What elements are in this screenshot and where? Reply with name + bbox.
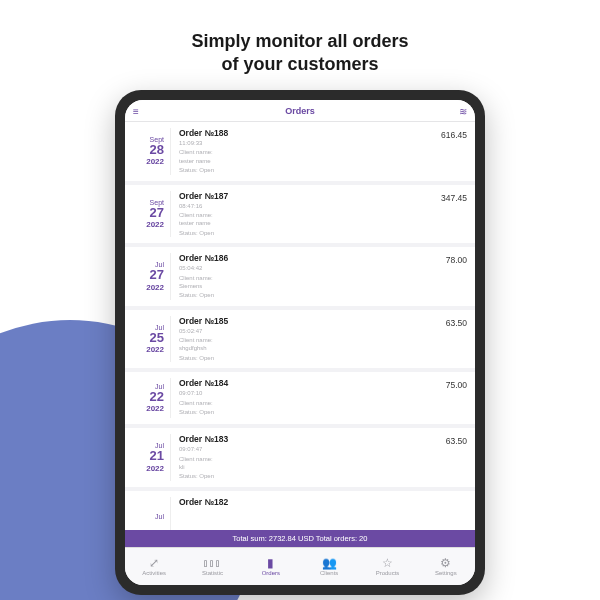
- tab-orders[interactable]: ▮Orders: [242, 548, 300, 585]
- tab-settings[interactable]: ⚙Settings: [417, 548, 475, 585]
- tab-statistic[interactable]: ⫾⫾⫾Statistic: [183, 548, 241, 585]
- tab-label: Statistic: [202, 570, 223, 576]
- order-row[interactable]: Jul222022Order №18409:07:10Client name:S…: [125, 372, 475, 424]
- order-status: Status: Open: [179, 472, 419, 480]
- order-number: Order №187: [179, 191, 419, 201]
- app-screen: ≡ Orders ≋ Sept282022Order №18811:09:33C…: [125, 100, 475, 585]
- tab-label: Clients: [320, 570, 338, 576]
- tab-products[interactable]: ☆Products: [358, 548, 416, 585]
- tablet-frame: ≡ Orders ≋ Sept282022Order №18811:09:33C…: [115, 90, 485, 595]
- order-year: 2022: [146, 404, 164, 413]
- order-client: Client name:tester name: [179, 148, 419, 165]
- orders-icon: ▮: [267, 557, 274, 569]
- settings-icon: ⚙: [440, 557, 451, 569]
- order-body: Order №18505:02:47Client name:shgdfghshS…: [171, 316, 419, 363]
- order-time: 05:04:42: [179, 264, 419, 272]
- order-status: Status: Open: [179, 166, 419, 174]
- summary-bar: Total sum: 2732.84 USD Total orders: 20: [125, 530, 475, 547]
- app-header: ≡ Orders ≋: [125, 100, 475, 122]
- order-row[interactable]: Sept272022Order №18708:47:16Client name:…: [125, 185, 475, 244]
- clients-icon: 👥: [322, 557, 337, 569]
- tab-activities[interactable]: ⤢Activities: [125, 548, 183, 585]
- products-icon: ☆: [382, 557, 393, 569]
- promo-line1: Simply monitor all orders: [0, 30, 600, 53]
- tab-clients[interactable]: 👥Clients: [300, 548, 358, 585]
- order-client: Client name:kli: [179, 455, 419, 472]
- order-day: 25: [150, 331, 164, 345]
- page-title: Orders: [285, 106, 315, 116]
- order-year: 2022: [146, 220, 164, 229]
- order-amount: 78.00: [419, 253, 467, 300]
- order-number: Order №184: [179, 378, 419, 388]
- order-status: Status: Open: [179, 229, 419, 237]
- order-amount: 616.45: [419, 128, 467, 175]
- order-time: 05:02:47: [179, 327, 419, 335]
- order-year: 2022: [146, 345, 164, 354]
- order-number: Order №186: [179, 253, 419, 263]
- order-day: 22: [150, 390, 164, 404]
- order-row[interactable]: Jul272022Order №18605:04:42Client name:S…: [125, 247, 475, 306]
- filter-icon[interactable]: ≋: [453, 105, 473, 116]
- order-month: Jul: [155, 513, 164, 520]
- order-date: Sept272022: [133, 191, 171, 238]
- order-client: Client name:tester name: [179, 211, 419, 228]
- order-client: Client name:shgdfghsh: [179, 336, 419, 353]
- tab-label: Products: [376, 570, 400, 576]
- orders-list[interactable]: Sept282022Order №18811:09:33Client name:…: [125, 122, 475, 530]
- order-body: Order №18811:09:33Client name:tester nam…: [171, 128, 419, 175]
- order-row[interactable]: Jul212022Order №18309:07:47Client name:k…: [125, 428, 475, 487]
- order-status: Status: Open: [179, 408, 419, 416]
- order-client: [179, 509, 419, 517]
- order-status: Status: Open: [179, 291, 419, 299]
- order-number: Order №182: [179, 497, 419, 507]
- order-amount: 347.45: [419, 191, 467, 238]
- order-amount: 63.50: [419, 316, 467, 363]
- order-amount: [419, 497, 467, 530]
- order-time: 11:09:33: [179, 139, 419, 147]
- activities-icon: ⤢: [149, 557, 159, 569]
- order-date: Jul: [133, 497, 171, 530]
- order-time: 09:07:10: [179, 389, 419, 397]
- tab-label: Orders: [262, 570, 280, 576]
- order-row[interactable]: JulOrder №182: [125, 491, 475, 530]
- order-day: 28: [150, 143, 164, 157]
- order-date: Jul222022: [133, 378, 171, 418]
- order-date: Sept282022: [133, 128, 171, 175]
- order-client: Client name:: [179, 399, 419, 407]
- tab-bar: ⤢Activities⫾⫾⫾Statistic▮Orders👥Clients☆P…: [125, 547, 475, 585]
- order-time: 09:07:47: [179, 445, 419, 453]
- promo-title: Simply monitor all orders of your custom…: [0, 30, 600, 77]
- promo-line2: of your customers: [0, 53, 600, 76]
- order-date: Jul212022: [133, 434, 171, 481]
- order-amount: 75.00: [419, 378, 467, 418]
- order-body: Order №18409:07:10Client name:Status: Op…: [171, 378, 419, 418]
- order-year: 2022: [146, 283, 164, 292]
- order-date: Jul252022: [133, 316, 171, 363]
- order-year: 2022: [146, 464, 164, 473]
- order-amount: 63.50: [419, 434, 467, 481]
- menu-icon[interactable]: ≡: [127, 105, 145, 116]
- statistic-icon: ⫾⫾⫾: [203, 557, 221, 569]
- order-row[interactable]: Sept282022Order №18811:09:33Client name:…: [125, 122, 475, 181]
- order-day: 27: [150, 206, 164, 220]
- order-body: Order №18708:47:16Client name:tester nam…: [171, 191, 419, 238]
- order-body: Order №18605:04:42Client name:SiemensSta…: [171, 253, 419, 300]
- tab-label: Activities: [142, 570, 166, 576]
- order-day: 21: [150, 449, 164, 463]
- order-time: 08:47:16: [179, 202, 419, 210]
- order-number: Order №183: [179, 434, 419, 444]
- order-year: 2022: [146, 157, 164, 166]
- order-client: Client name:Siemens: [179, 274, 419, 291]
- tab-label: Settings: [435, 570, 457, 576]
- order-date: Jul272022: [133, 253, 171, 300]
- order-body: Order №18309:07:47Client name:kliStatus:…: [171, 434, 419, 481]
- order-body: Order №182: [171, 497, 419, 530]
- order-number: Order №185: [179, 316, 419, 326]
- order-status: Status: Open: [179, 354, 419, 362]
- order-number: Order №188: [179, 128, 419, 138]
- order-day: 27: [150, 268, 164, 282]
- order-row[interactable]: Jul252022Order №18505:02:47Client name:s…: [125, 310, 475, 369]
